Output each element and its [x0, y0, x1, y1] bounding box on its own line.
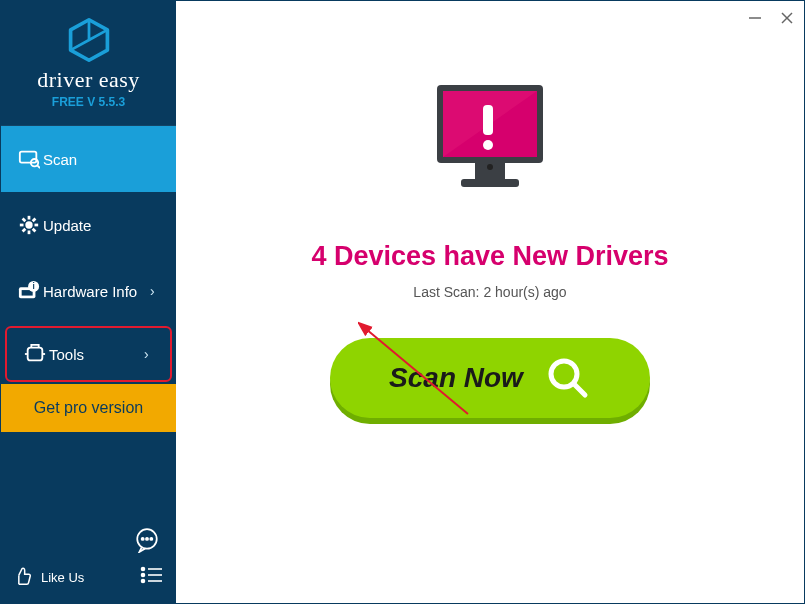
get-pro-button[interactable]: Get pro version: [1, 384, 176, 432]
menu-list-icon[interactable]: [140, 565, 164, 589]
update-icon: [15, 214, 43, 236]
svg-rect-1: [20, 152, 37, 163]
chevron-right-icon: ›: [150, 283, 162, 299]
get-pro-label: Get pro version: [34, 399, 143, 417]
window-controls: [744, 7, 798, 29]
svg-line-41: [574, 384, 585, 395]
brand-version: FREE V 5.5.3: [52, 95, 125, 109]
last-scan-text: Last Scan: 2 hour(s) ago: [413, 284, 566, 300]
scan-now-button[interactable]: Scan Now: [330, 338, 650, 418]
svg-text:i: i: [32, 282, 34, 291]
like-us-button[interactable]: Like Us: [13, 566, 84, 589]
svg-point-22: [146, 538, 148, 540]
svg-point-26: [142, 574, 145, 577]
thumbs-up-icon: [13, 566, 33, 589]
close-button[interactable]: [776, 7, 798, 29]
scan-icon: [15, 148, 43, 170]
svg-line-12: [33, 219, 36, 222]
svg-line-11: [23, 229, 26, 232]
hardware-info-icon: i: [15, 280, 43, 302]
svg-rect-35: [483, 105, 493, 135]
minimize-button[interactable]: [744, 7, 766, 29]
like-us-label: Like Us: [41, 570, 84, 585]
svg-point-39: [487, 164, 493, 170]
sidebar-item-label: Tools: [49, 346, 144, 363]
svg-point-28: [142, 580, 145, 583]
monitor-alert-icon: [425, 79, 555, 213]
brand-block: driver easy FREE V 5.5.3: [1, 1, 176, 126]
scan-now-label: Scan Now: [389, 362, 523, 394]
svg-rect-38: [461, 179, 519, 187]
sidebar-item-hardware-info[interactable]: i Hardware Info ›: [1, 258, 176, 324]
main-panel: 4 Devices have New Drivers Last Scan: 2 …: [176, 1, 804, 603]
svg-point-36: [483, 140, 493, 150]
sidebar-item-label: Update: [43, 217, 162, 234]
feedback-icon[interactable]: [134, 527, 160, 557]
svg-rect-17: [28, 348, 43, 361]
brand-logo-icon: [66, 17, 112, 63]
search-icon: [545, 355, 591, 401]
svg-line-3: [37, 165, 40, 168]
sidebar-item-update[interactable]: Update: [1, 192, 176, 258]
svg-point-21: [142, 538, 144, 540]
svg-line-10: [33, 229, 36, 232]
sidebar-item-label: Hardware Info: [43, 283, 150, 300]
headline-text: 4 Devices have New Drivers: [311, 241, 668, 272]
svg-point-23: [150, 538, 152, 540]
brand-name: driver easy: [37, 67, 140, 93]
svg-point-24: [142, 568, 145, 571]
sidebar-item-tools[interactable]: Tools ›: [5, 326, 172, 382]
app-window: driver easy FREE V 5.5.3 Scan: [0, 0, 805, 604]
svg-line-9: [23, 219, 26, 222]
sidebar-item-label: Scan: [43, 151, 162, 168]
tools-icon: [21, 343, 49, 365]
sidebar-bottom: Like Us: [1, 555, 176, 603]
sidebar: driver easy FREE V 5.5.3 Scan: [1, 1, 176, 603]
svg-point-4: [25, 221, 32, 228]
sidebar-item-scan[interactable]: Scan: [1, 126, 176, 192]
chevron-right-icon: ›: [144, 346, 156, 362]
sidebar-nav: Scan Update: [1, 126, 176, 384]
